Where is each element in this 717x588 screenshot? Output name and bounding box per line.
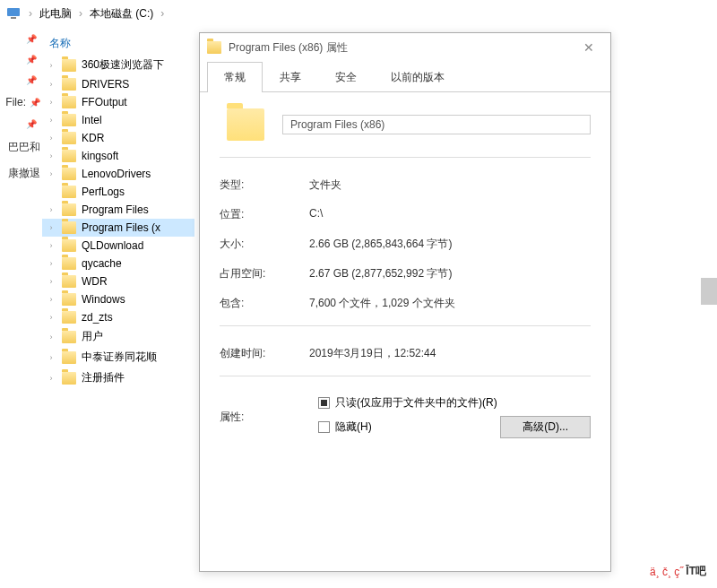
tree-item[interactable]: ›360极速浏览器下 [42, 55, 194, 75]
expand-icon[interactable]: › [46, 295, 56, 304]
expand-icon[interactable]: › [46, 205, 56, 214]
expand-icon[interactable]: › [46, 374, 56, 383]
tree-item-label: QLDownload [82, 239, 143, 252]
dialog-title: Program Files (x86) 属性 [229, 40, 571, 56]
scrollbar-thumb[interactable] [701, 278, 717, 305]
chevron-right-icon: › [157, 7, 168, 20]
expand-icon[interactable]: › [46, 134, 56, 143]
tree-item[interactable]: ›Windows [42, 290, 194, 308]
folder-icon [62, 96, 76, 108]
hidden-label: 隐藏(H) [335, 419, 372, 435]
readonly-checkbox[interactable] [318, 397, 330, 409]
prop-contains-label: 包含: [220, 296, 309, 311]
tree-item-label: 用户 [82, 329, 103, 344]
expand-icon[interactable]: › [46, 333, 56, 342]
folder-icon [62, 168, 76, 180]
tree-item-label: KDR [82, 132, 104, 144]
prop-type-value: 文件夹 [309, 177, 591, 193]
advanced-button[interactable]: 高级(D)... [500, 416, 591, 438]
folder-icon [62, 331, 76, 343]
file-tree: 名称 ›360极速浏览器下 ›DRIVERS ›FFOutput ›Intel … [42, 27, 194, 588]
quick-access-item[interactable]: 康撤退 [8, 166, 40, 181]
folder-icon [62, 239, 76, 252]
prop-created-label: 创建时间: [220, 346, 309, 361]
quick-access-item[interactable]: 巴巴和 [8, 140, 40, 155]
expand-icon[interactable]: › [46, 223, 56, 232]
hidden-checkbox[interactable] [318, 421, 330, 433]
tree-item[interactable]: ›注册插件 [42, 368, 194, 388]
expand-icon[interactable]: › [46, 353, 56, 362]
separator [220, 157, 591, 158]
expand-icon[interactable]: › [46, 61, 56, 70]
quick-access-item[interactable]: 📌 [26, 119, 40, 129]
readonly-label: 只读(仅应用于文件夹中的文件)(R) [335, 395, 497, 411]
dialog-titlebar[interactable]: Program Files (x86) 属性 ✕ [200, 33, 610, 62]
pin-icon: 📌 [26, 34, 37, 44]
expand-icon[interactable]: › [46, 151, 56, 160]
chevron-right-icon: › [75, 7, 86, 20]
tree-item[interactable]: ›Program Files (x [42, 219, 194, 237]
tree-item[interactable]: ›Intel [42, 111, 194, 129]
properties-dialog: Program Files (x86) 属性 ✕ 常规 共享 安全 以前的版本 … [199, 32, 611, 572]
folder-name-input[interactable] [282, 115, 591, 134]
tree-item-label: zd_zts [82, 311, 113, 324]
tab-sharing[interactable]: 共享 [263, 62, 318, 92]
tree-item-label: Program Files (x [82, 221, 160, 234]
prop-type-label: 类型: [220, 177, 309, 193]
tree-item[interactable]: ›LenovoDrivers [42, 165, 194, 183]
watermark-glyphs: ä¸ č¸ ç˝ [650, 566, 683, 578]
quick-access-item[interactable]: 📌 [26, 55, 40, 65]
breadcrumb-root[interactable]: 此电脑 [39, 6, 72, 22]
tree-item[interactable]: ›zd_zts [42, 308, 194, 326]
tree-item[interactable]: ›QLDownload [42, 237, 194, 255]
expand-icon[interactable]: › [46, 116, 56, 125]
tab-previous-versions[interactable]: 以前的版本 [374, 62, 462, 92]
tree-item-label: qycache [82, 257, 122, 270]
quick-access-item[interactable]: 📌 [26, 75, 40, 85]
tree-item[interactable]: PerfLogs [42, 183, 194, 201]
tree-item-label: FFOutput [82, 96, 127, 108]
tree-item[interactable]: ›WDR [42, 272, 194, 290]
tree-item-label: 注册插件 [82, 370, 125, 385]
svg-rect-1 [11, 17, 16, 19]
tree-item[interactable]: ›DRIVERS [42, 75, 194, 93]
tree-item[interactable]: ›Program Files [42, 201, 194, 219]
tree-item-label: WDR [82, 275, 108, 288]
tree-item[interactable]: ›KDR [42, 129, 194, 147]
quick-access-item[interactable]: File:📌 [5, 96, 40, 108]
tab-content-general: 类型: 文件夹 位置: C:\ 大小: 2.66 GB (2,865,843,6… [200, 92, 610, 461]
expand-icon[interactable]: › [46, 241, 56, 250]
tree-item[interactable]: ›qycache [42, 255, 194, 272]
watermark: ä¸ č¸ ç˝ ĪT吧 [650, 564, 706, 579]
folder-icon [62, 351, 76, 364]
expand-icon[interactable]: › [46, 80, 56, 89]
tab-security[interactable]: 安全 [318, 62, 374, 92]
prop-location-value: C:\ [309, 207, 591, 222]
prop-contains-value: 7,600 个文件，1,029 个文件夹 [309, 296, 591, 311]
quick-access-item[interactable]: 📌 [26, 34, 40, 44]
tab-general[interactable]: 常规 [207, 62, 263, 92]
expand-icon[interactable]: › [46, 98, 56, 107]
close-button[interactable]: ✕ [571, 35, 607, 60]
folder-icon [62, 372, 76, 385]
computer-icon [5, 5, 22, 22]
tree-item[interactable]: ›用户 [42, 326, 194, 347]
tree-column-header[interactable]: 名称 [42, 32, 194, 55]
pin-icon: 📌 [26, 75, 37, 85]
pin-icon: 📌 [30, 98, 40, 108]
breadcrumb: › 此电脑 › 本地磁盘 (C:) › [0, 0, 717, 27]
breadcrumb-drive[interactable]: 本地磁盘 (C:) [90, 6, 153, 22]
tree-item[interactable]: ›中泰证券同花顺 [42, 347, 194, 368]
folder-icon [62, 132, 76, 144]
expand-icon[interactable]: › [46, 169, 56, 178]
tree-item[interactable]: ›kingsoft [42, 147, 194, 165]
prop-location-label: 位置: [220, 207, 309, 222]
expand-icon[interactable]: › [46, 259, 56, 268]
tree-item[interactable]: ›FFOutput [42, 93, 194, 111]
folder-icon [62, 293, 76, 306]
expand-icon[interactable]: › [46, 313, 56, 322]
prop-disk-label: 占用空间: [220, 266, 309, 281]
tree-item-label: 中泰证券同花顺 [82, 350, 157, 365]
expand-icon[interactable]: › [46, 277, 56, 286]
tree-item-label: Program Files [82, 203, 149, 216]
